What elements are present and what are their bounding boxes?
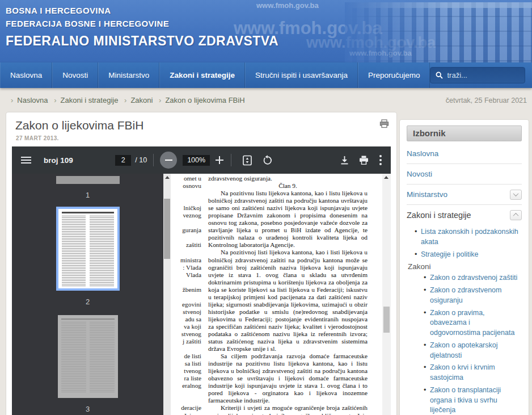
article-date: 27 MART 2013. (16, 135, 59, 141)
fit-page-icon[interactable] (243, 155, 252, 166)
pdf-text-fragment: stvenog (171, 330, 201, 338)
breadcrumb-item[interactable]: ›Zakoni (120, 96, 153, 104)
thumbnail-label: 3 (86, 405, 90, 413)
breadcrumb-item[interactable]: ›Naslovna (7, 96, 48, 104)
pdf-text-fragment: deracije (171, 404, 201, 412)
pdf-text-fragment: omet u (171, 175, 201, 182)
breadcrumb-item[interactable]: ›Zakon o lijekovima FBiH (155, 96, 245, 104)
pdf-viewer: broj 109 2 / 10 100% (12, 146, 391, 415)
scroll-up-arrow[interactable] (384, 176, 389, 179)
pdf-body: 1 2 3 (12, 174, 391, 415)
pdf-text-fragment: guranja (171, 227, 201, 234)
pdf-page: omet uosnovulničkojveznogguranjazaštitim… (171, 174, 382, 415)
pdf-text-fragment: lničkoj (171, 204, 201, 212)
sidebar-sublink[interactable]: Strategije i politike (415, 250, 522, 260)
zoom-in-button[interactable] (216, 156, 223, 164)
sidebar-law-link[interactable]: Zakon o krvi i krvnim sastojcima (424, 363, 522, 383)
scroll-up-arrow[interactable] (165, 176, 170, 179)
nav-item[interactable]: Zakoni i strategije (159, 62, 245, 88)
sidebar-law-link[interactable]: Zakon o apotekarskoj djelatnosti (424, 341, 522, 361)
pdf-text-fragment: žbenim (171, 286, 201, 294)
sidebar-law-link[interactable]: Zakon o transplantaciji organa i tkiva u… (424, 385, 522, 415)
pdf-text-fragment (171, 397, 201, 404)
watermark-text: www.fmoh.gov.ba (256, 1, 319, 10)
breadcrumb-item[interactable]: ›Zakoni i strategije (50, 96, 118, 104)
pdf-text-fragment: zaštiti (171, 241, 201, 249)
thumbnail-page-3[interactable] (58, 315, 118, 398)
pdf-text-fragment: stvenoj (171, 308, 201, 316)
sidebar-link-label: Novosti (407, 170, 432, 178)
pdf-text-fragment (171, 389, 201, 397)
sidebar-law-link[interactable]: Zakon o zdravstvenoj zaštiti (424, 273, 522, 283)
search-icon (436, 72, 443, 79)
sidebar-law-link[interactable]: Zakon o pravima, obavezama i odgovornost… (424, 308, 522, 338)
breadcrumb-separator: › (54, 96, 56, 104)
zoom-out-button[interactable] (160, 152, 177, 169)
breadcrumb-separator: › (124, 96, 126, 104)
breadcrumb-separator: › (11, 96, 13, 104)
sidebar-sublink[interactable]: Lista zakonskih i podzakonskih akata (415, 227, 522, 248)
page-number-input[interactable]: 2 (115, 155, 131, 166)
pdf-text-fragment: j zaštiti (171, 338, 201, 345)
breadcrumb-separator: › (159, 96, 161, 104)
site-header: www.fmoh.gov.ba www.fmoh.gov.ba www.fmoh… (0, 0, 532, 62)
header-line-ministry: FEDERALNO MINISTARSTVO ZDRAVSTVA (6, 33, 278, 49)
sidebar-link-row[interactable]: Ministarstvo (407, 185, 522, 205)
sidebar-link-row[interactable]: Zakoni i strategije (407, 205, 522, 225)
nav-item[interactable]: Stručni ispiti i usavršavanja (245, 62, 358, 88)
sidebar-law-link[interactable]: Zakon o zdravstvenom osiguranju (424, 286, 522, 306)
nav-item[interactable]: Naslovna (0, 62, 52, 88)
zakoni-list: Zakon o zdravstvenoj zaštitiZakon o zdra… (407, 273, 522, 415)
menu-icon[interactable] (21, 155, 31, 165)
kebab-menu-icon[interactable] (379, 155, 382, 165)
pdf-text-fragment: sa listi (171, 360, 201, 367)
scrollbar-thumb[interactable] (383, 307, 390, 333)
pdf-text-fragment (171, 345, 201, 353)
pdf-text-fragment (171, 197, 201, 204)
pdf-text-fragment (171, 249, 201, 256)
chevron-down-icon[interactable] (510, 190, 522, 200)
page: { "header": { "line1": "BOSNA I HERCEGOV… (0, 0, 532, 415)
download-icon[interactable] (340, 156, 349, 165)
scrollbar-thumb[interactable] (164, 199, 170, 259)
nav-item[interactable]: Ministarstvo (98, 62, 159, 88)
toolbar-divider (231, 154, 231, 166)
sidebar-link-label: Ministarstvo (407, 190, 447, 199)
pdf-text-fragment: osnovu (171, 182, 201, 190)
ministry-building-image (345, 2, 532, 62)
pdf-text-fragment (171, 234, 201, 241)
page-title: Zakon o lijekovima FBiH (15, 119, 143, 132)
thumbnail-scrollbar[interactable] (163, 174, 171, 415)
thumbnail-page-1[interactable] (56, 176, 120, 184)
thumbnail-page-2-selected[interactable] (56, 207, 120, 291)
pdf-text-fragment: va koji (171, 323, 201, 330)
nav-item[interactable]: Preporučujemo (358, 62, 430, 88)
pdf-text-column: zdravstvenog osiguranja.Član 9.Na poziti… (206, 174, 382, 415)
pdf-text-fragment: : Vlada (171, 264, 201, 271)
sidebar-link-row[interactable]: Novosti (407, 164, 522, 185)
pdf-text-fragment: de listi (171, 353, 201, 360)
sidebar-link-label: Zakoni i strategije (407, 211, 471, 220)
pdf-text-fragment (171, 190, 201, 197)
sidebar-link-row[interactable]: Naslovna (407, 144, 522, 164)
search-input[interactable]: traži... (447, 71, 467, 79)
pdf-paragraph: Kriteriji i uvjeti za moguće ograničenje… (208, 404, 368, 415)
print-icon[interactable] (359, 156, 369, 165)
sidebar-link-label: Naslovna (407, 149, 438, 158)
nav-item[interactable]: Novosti (52, 62, 98, 88)
pdf-paragraph: Sa ciljem podržavanja razvoja domaće far… (208, 353, 368, 404)
header-line-federation: FEDERACIJA BOSNE I HERCEGOVINE (6, 19, 169, 28)
article-panel: Zakon o lijekovima FBiH 27 MART 2013. br… (6, 112, 397, 415)
pdf-page-area: omet uosnovulničkojveznogguranjazaštitim… (171, 174, 391, 415)
zakoni-heading: Zakoni (408, 262, 522, 271)
print-article-icon[interactable] (379, 119, 389, 128)
rotate-icon[interactable] (262, 155, 273, 166)
pdf-text-fragment: adu sa (171, 316, 201, 323)
thumbnail-label: 2 (86, 297, 90, 306)
pdf-toolbar: broj 109 2 / 10 100% (12, 146, 391, 174)
search-box[interactable]: traži... (430, 67, 525, 83)
chevron-up-icon[interactable] (510, 210, 522, 220)
pdf-text-fragment: egovini (171, 301, 201, 308)
vertical-scrollbar[interactable] (382, 174, 391, 415)
current-date: četvrtak, 25 Februar 2021 (446, 97, 527, 104)
